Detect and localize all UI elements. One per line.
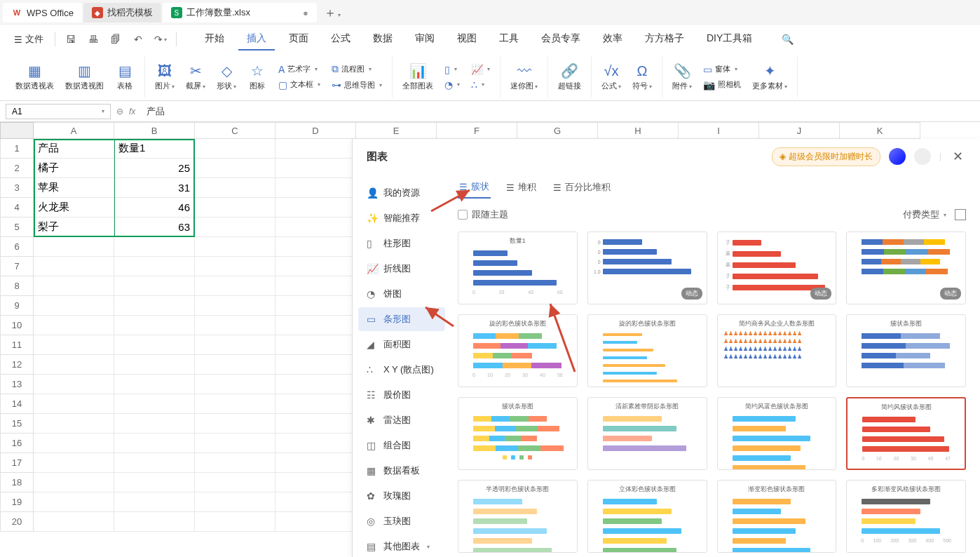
chart-category-item[interactable]: ◔饼图 bbox=[358, 282, 445, 306]
chart-thumbnail[interactable]: 数量10204060 bbox=[458, 231, 578, 304]
cell[interactable] bbox=[114, 355, 195, 375]
cell[interactable] bbox=[195, 217, 275, 237]
formula-button[interactable]: √x公式▾ bbox=[597, 61, 625, 93]
chart-thumbnail[interactable]: 子果果子子动态 bbox=[717, 231, 837, 304]
col-header[interactable]: D bbox=[275, 122, 356, 139]
col-header[interactable]: F bbox=[437, 122, 517, 139]
chart-thumbnail[interactable]: 0001.0动态 bbox=[587, 231, 707, 304]
cell[interactable] bbox=[114, 434, 195, 453]
row-header[interactable]: 13 bbox=[0, 375, 34, 394]
cell[interactable] bbox=[195, 355, 275, 375]
cell[interactable] bbox=[34, 434, 114, 453]
window-button[interactable]: ▭窗体▾ bbox=[699, 62, 745, 76]
cell[interactable] bbox=[34, 492, 114, 512]
row-header[interactable]: 7 bbox=[0, 257, 34, 276]
cell[interactable]: 苹果 bbox=[34, 178, 114, 198]
col-header[interactable]: G bbox=[517, 122, 598, 139]
col-header[interactable]: J bbox=[759, 122, 840, 139]
cell[interactable] bbox=[275, 139, 356, 159]
name-box[interactable]: A1 ▾ bbox=[6, 104, 111, 119]
row-header[interactable]: 19 bbox=[0, 492, 34, 512]
chart-thumbnail[interactable]: 旋的彩色簇状条形图 bbox=[587, 314, 707, 387]
cell[interactable] bbox=[114, 257, 195, 276]
file-menu[interactable]: ☰ 文件 bbox=[8, 33, 49, 46]
chart-category-item[interactable]: ◢面积图 bbox=[358, 333, 445, 356]
chart-thumbnail[interactable]: 清新素雅带阴影条形图 bbox=[587, 397, 707, 470]
cell[interactable] bbox=[195, 159, 275, 178]
flowchart-button[interactable]: ⧉流程图▾ bbox=[327, 62, 386, 76]
bar-dd[interactable]: ▯▾ bbox=[440, 62, 464, 76]
cell[interactable] bbox=[275, 198, 356, 217]
cell[interactable] bbox=[195, 257, 275, 276]
cell[interactable] bbox=[275, 355, 356, 375]
cell[interactable] bbox=[114, 296, 195, 316]
menu-tab-4[interactable]: 数据 bbox=[365, 28, 401, 51]
cell[interactable]: 46 bbox=[114, 198, 195, 217]
cell[interactable] bbox=[34, 512, 114, 532]
cell[interactable] bbox=[195, 512, 275, 532]
chart-category-item[interactable]: ✨智能推荐 bbox=[358, 206, 445, 230]
cell[interactable] bbox=[275, 375, 356, 394]
cell[interactable] bbox=[195, 394, 275, 414]
menu-tab-9[interactable]: 效率 bbox=[594, 28, 631, 51]
all-charts-button[interactable]: 📊全部图表 bbox=[398, 61, 437, 93]
row-header[interactable]: 15 bbox=[0, 414, 34, 434]
cell[interactable]: 火龙果 bbox=[34, 198, 114, 217]
chart-thumbnail[interactable]: 半透明彩色簇状条形图 bbox=[458, 480, 578, 553]
chart-thumbnail[interactable]: 渐变彩色簇状条形图 bbox=[717, 480, 837, 553]
cell[interactable] bbox=[114, 316, 195, 335]
cell[interactable] bbox=[195, 178, 275, 198]
picture-button[interactable]: 🖼图片▾ bbox=[151, 61, 179, 93]
cell[interactable] bbox=[275, 276, 356, 296]
cell[interactable] bbox=[275, 335, 356, 355]
row-header[interactable]: 20 bbox=[0, 512, 34, 532]
avatar[interactable] bbox=[889, 148, 906, 165]
chart-category-item[interactable]: ☷股价图 bbox=[358, 383, 445, 407]
select-all-corner[interactable] bbox=[0, 122, 34, 139]
redo-icon[interactable]: ↷▾ bbox=[151, 29, 170, 49]
cell[interactable] bbox=[275, 217, 356, 237]
camera-button[interactable]: 📷照相机 bbox=[699, 78, 745, 92]
cell[interactable] bbox=[275, 414, 356, 434]
cell[interactable] bbox=[114, 414, 195, 434]
menu-tab-0[interactable]: 开始 bbox=[196, 28, 233, 51]
cell[interactable] bbox=[275, 237, 356, 257]
col-header[interactable]: K bbox=[840, 122, 920, 139]
chart-category-item[interactable]: ▭条形图 bbox=[358, 307, 445, 331]
row-header[interactable]: 14 bbox=[0, 394, 34, 414]
col-header[interactable]: I bbox=[679, 122, 759, 139]
cell[interactable] bbox=[195, 335, 275, 355]
textbox-button[interactable]: ▢文本框▾ bbox=[274, 78, 325, 92]
cell[interactable] bbox=[114, 276, 195, 296]
row-header[interactable]: 2 bbox=[0, 159, 34, 178]
chart-category-item[interactable]: ▯柱形图 bbox=[358, 231, 445, 255]
cell[interactable] bbox=[275, 178, 356, 198]
col-header[interactable]: C bbox=[195, 122, 275, 139]
chart-thumbnail[interactable]: 简约风蓝色簇状条形图0200400600 bbox=[717, 397, 837, 470]
cell[interactable] bbox=[34, 335, 114, 355]
cell[interactable] bbox=[114, 237, 195, 257]
pivot-chart-button[interactable]: ▥数据透视图 bbox=[61, 61, 108, 93]
cell[interactable] bbox=[34, 276, 114, 296]
chart-category-item[interactable]: ✱雷达图 bbox=[358, 408, 445, 432]
cell[interactable]: 31 bbox=[114, 178, 195, 198]
cell[interactable] bbox=[275, 257, 356, 276]
cell[interactable] bbox=[34, 257, 114, 276]
formula-content[interactable]: 产品 bbox=[141, 105, 165, 118]
menu-tab-3[interactable]: 公式 bbox=[322, 28, 359, 51]
icon-button[interactable]: ☆图标 bbox=[243, 61, 271, 93]
cell[interactable] bbox=[195, 316, 275, 335]
add-tab-button[interactable]: ＋▾ bbox=[318, 4, 346, 21]
cell[interactable] bbox=[114, 335, 195, 355]
cell[interactable] bbox=[195, 414, 275, 434]
cell[interactable] bbox=[195, 296, 275, 316]
sparkline-button[interactable]: 〰迷你图▾ bbox=[506, 61, 542, 93]
cell[interactable] bbox=[195, 375, 275, 394]
cell[interactable] bbox=[114, 453, 195, 473]
menu-tab-8[interactable]: 会员专享 bbox=[533, 28, 589, 51]
print-icon[interactable]: 🖶 bbox=[83, 29, 103, 49]
row-header[interactable]: 16 bbox=[0, 434, 34, 453]
chart-category-item[interactable]: 📈折线图 bbox=[358, 257, 445, 281]
chart-category-item[interactable]: 👤我的资源 bbox=[358, 181, 445, 205]
cell[interactable] bbox=[34, 473, 114, 492]
